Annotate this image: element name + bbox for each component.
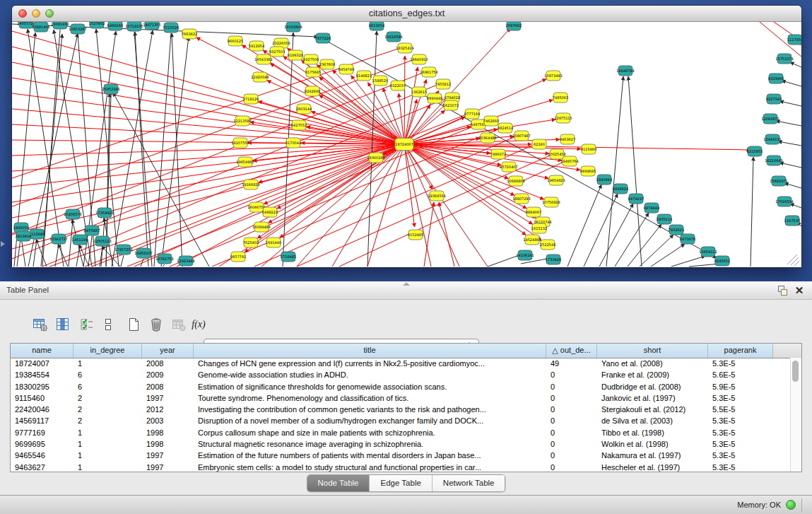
network-node[interactable]: 19654923: [547, 175, 565, 185]
network-node[interactable]: 6466160: [107, 22, 123, 30]
network-node[interactable]: 19218596: [384, 32, 402, 42]
network-node[interactable]: 8427552: [291, 120, 307, 130]
float-panel-button[interactable]: [777, 284, 789, 297]
table-row[interactable]: 1830029562008Estimation of significance …: [11, 381, 791, 392]
network-node[interactable]: 2087682: [506, 22, 522, 30]
network-node[interactable]: 1527902: [89, 22, 105, 28]
network-node[interactable]: 8215955: [747, 146, 763, 156]
table-cell[interactable]: de Silva et al. (2003): [597, 415, 708, 426]
table-cell[interactable]: 1: [73, 462, 142, 472]
splitter-handle-icon[interactable]: [403, 282, 410, 286]
new-table-button[interactable]: [124, 315, 143, 334]
table-settings-button[interactable]: [31, 315, 49, 334]
network-node[interactable]: 7932621: [669, 225, 684, 235]
table-cell[interactable]: Changes of HCN gene expression and I(f) …: [194, 358, 546, 369]
network-node[interactable]: 20691406: [32, 22, 49, 32]
tab-edge-table[interactable]: Edge Table: [369, 475, 431, 491]
network-node[interactable]: 9152485: [408, 230, 423, 240]
network-node[interactable]: 9777169: [464, 109, 480, 119]
table-cell[interactable]: 18300295: [11, 381, 73, 392]
network-node[interactable]: 19384554: [428, 191, 445, 201]
table-row[interactable]: 977716911998Corpus callosum shape and si…: [11, 427, 791, 438]
network-node[interactable]: 9245652: [714, 256, 730, 266]
table-cell[interactable]: Corpus callosum shape and size in male p…: [194, 427, 546, 438]
network-node[interactable]: 12213589: [233, 116, 251, 126]
table-cell[interactable]: 2: [73, 415, 142, 426]
table-cell[interactable]: 5.3E-5: [708, 392, 773, 404]
table-row[interactable]: 1456911722003Disruption of a novel membe…: [11, 415, 791, 426]
network-node[interactable]: 1362615: [411, 87, 427, 97]
network-node[interactable]: 19495764: [560, 156, 578, 166]
table-cell[interactable]: 2: [73, 404, 142, 415]
select-columns-button[interactable]: [54, 315, 72, 334]
network-node[interactable]: 10807487: [512, 131, 530, 141]
network-node[interactable]: 6479197: [628, 194, 644, 204]
network-node[interactable]: 16543382: [254, 54, 272, 64]
network-node[interactable]: 9884067: [526, 207, 541, 217]
column-header-year[interactable]: year: [142, 344, 194, 358]
table-cell[interactable]: 0: [546, 462, 597, 472]
network-node[interactable]: 18724007: [395, 139, 413, 151]
table-row[interactable]: 1872400712008Changes of HCN gene express…: [11, 358, 791, 369]
network-node[interactable]: 5498222: [262, 207, 278, 217]
network-node[interactable]: 16782753: [155, 254, 173, 264]
network-node[interactable]: 22420046: [251, 72, 269, 82]
table-cell[interactable]: Nakamura et al. (1997): [597, 450, 708, 461]
network-node[interactable]: 1840994: [596, 175, 612, 185]
row-height-button[interactable]: [99, 315, 117, 334]
network-node[interactable]: 62160: [532, 139, 546, 149]
network-node[interactable]: 2803144: [296, 104, 312, 114]
network-node[interactable]: 5716485: [281, 252, 296, 262]
network-node[interactable]: 10756928: [542, 197, 560, 207]
table-cell[interactable]: Genome-wide association studies in ADHD.: [194, 369, 546, 380]
network-node[interactable]: 1117304: [787, 35, 801, 45]
table-cell[interactable]: 5.3E-5: [708, 462, 773, 472]
table-cell[interactable]: 49: [546, 358, 597, 369]
network-node[interactable]: 16648784: [616, 66, 634, 76]
table-cell[interactable]: 2012: [142, 404, 194, 415]
network-node[interactable]: 25053346: [102, 84, 119, 94]
network-node[interactable]: 14524861: [523, 235, 541, 245]
network-node[interactable]: 9660125: [228, 36, 243, 46]
table-cell[interactable]: 5.5E-5: [708, 404, 773, 415]
network-node[interactable]: 8454749: [339, 64, 354, 74]
table-cell[interactable]: Estimation of the future numbers of pati…: [194, 450, 546, 461]
column-header-in_degree[interactable]: in_degree: [73, 344, 142, 358]
import-table-button[interactable]: [170, 315, 188, 334]
network-node[interactable]: 10688809: [507, 176, 524, 186]
network-node[interactable]: 1691440: [266, 238, 281, 247]
network-node[interactable]: 12505123: [93, 236, 111, 246]
column-header-short[interactable]: short: [597, 344, 708, 358]
network-node[interactable]: 14136141: [516, 250, 534, 260]
table-cell[interactable]: Hescheler et al. (1997): [597, 462, 708, 472]
column-header-title[interactable]: title: [194, 344, 546, 358]
network-node[interactable]: 9857791: [230, 252, 246, 262]
network-node[interactable]: 20364486: [478, 133, 496, 143]
network-node[interactable]: 7462660: [483, 116, 499, 126]
network-node[interactable]: 19166829: [242, 180, 259, 189]
table-cell[interactable]: 0: [546, 415, 597, 426]
table-cell[interactable]: Embryonic stem cells: a model to study s…: [194, 462, 546, 472]
table-row[interactable]: 969969511998Structural magnetic resonanc…: [11, 438, 791, 450]
network-node[interactable]: 3824514: [498, 123, 513, 133]
table-cell[interactable]: 5.9E-5: [708, 381, 773, 392]
table-cell[interactable]: 1: [73, 358, 142, 369]
network-node[interactable]: 2367608: [319, 59, 335, 69]
table-cell[interactable]: Dudbridge et al. (2008): [597, 381, 708, 392]
network-node[interactable]: 1621072: [443, 100, 459, 110]
table-cell[interactable]: Tibbo et al. (1998): [597, 427, 708, 438]
network-node[interactable]: 9146821: [356, 71, 372, 81]
network-node[interactable]: 9463627: [560, 134, 575, 144]
table-cell[interactable]: 5.6E-5: [708, 369, 773, 380]
column-check-button[interactable]: [78, 315, 96, 334]
network-node[interactable]: 9327503: [269, 47, 285, 57]
network-node[interactable]: 18107554: [231, 138, 249, 148]
table-cell[interactable]: 0: [546, 392, 597, 404]
network-view[interactable]: 2405572420691406230914361065328715279026…: [12, 22, 801, 267]
network-node[interactable]: 1733426: [546, 255, 561, 264]
table-cell[interactable]: 5.3E-5: [708, 450, 773, 461]
network-node[interactable]: 15720407: [500, 162, 517, 172]
network-node[interactable]: 17016504: [775, 197, 793, 206]
table-cell[interactable]: 9463627: [11, 462, 73, 472]
network-node[interactable]: 14671355: [143, 22, 160, 30]
